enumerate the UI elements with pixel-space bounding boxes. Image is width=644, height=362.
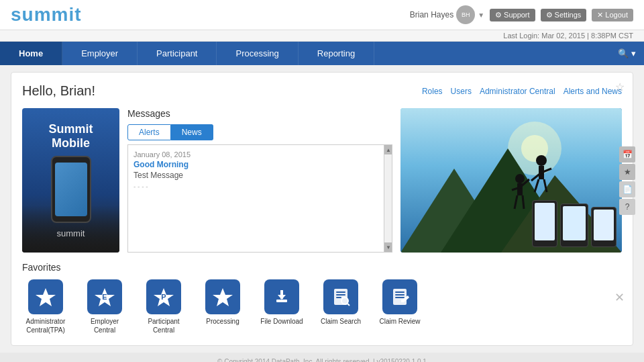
top-right-actions: Brian Hayes BH ▼ ⚙ Support ⚙ Settings ✕ …: [410, 5, 633, 24]
users-link[interactable]: Users: [451, 87, 472, 96]
fav-label-download: File Download: [260, 317, 303, 326]
username-label: Brian Hayes: [410, 10, 453, 19]
main-card: Hello, Brian! Roles Users Administrator …: [11, 72, 633, 346]
fav-label-participant: Participant Central: [140, 317, 187, 334]
settings-button[interactable]: ⚙ Settings: [541, 9, 587, 21]
fav-file-download[interactable]: File Download: [258, 279, 305, 326]
svg-line-17: [523, 195, 524, 209]
fav-icon-claim-review: [382, 279, 417, 314]
help-sidebar-button[interactable]: ?: [619, 199, 635, 215]
right-sidebar: 📅 ★ 📄 ?: [619, 146, 635, 216]
user-info: Brian Hayes BH ▼: [410, 5, 484, 24]
fav-label-claim-review: Claim Review: [379, 317, 420, 326]
phones-group: [532, 200, 616, 247]
messages-tabs: Alerts News: [127, 124, 392, 140]
message-preview: Test Message: [133, 171, 381, 180]
hero-banner: [400, 108, 622, 253]
main-content: Hello, Brian! Roles Users Administrator …: [0, 65, 644, 353]
fav-claim-review[interactable]: Claim Review: [376, 279, 423, 326]
svg-rect-30: [336, 291, 345, 293]
fav-administrator-central-tpa[interactable]: Administrator Central(TPA): [22, 279, 69, 334]
search-icon: 🔍: [618, 48, 629, 58]
fav-employer-central[interactable]: E Employer Central: [81, 279, 128, 334]
calendar-sidebar-button[interactable]: 📅: [619, 146, 635, 163]
star-sidebar-button[interactable]: ★: [619, 164, 635, 180]
page-sidebar-button[interactable]: 📄: [619, 181, 635, 197]
settings-gear-icon: ⚙: [546, 11, 553, 19]
fav-icon-participant: P: [146, 279, 181, 314]
mobile-promo-title: Summit Mobile: [29, 122, 113, 150]
greeting-text: Hello, Brian!: [22, 83, 95, 99]
nav-reporting[interactable]: Reporting: [299, 42, 374, 65]
fav-participant-central[interactable]: P Participant Central: [140, 279, 187, 334]
news-tab[interactable]: News: [171, 124, 213, 140]
nav-employer[interactable]: Employer: [62, 42, 138, 65]
svg-rect-38: [395, 297, 405, 298]
fav-icon-processing: [205, 279, 240, 314]
svg-text:E: E: [102, 293, 107, 301]
favorites-section: Favorites Administrator Central(TPA) E E…: [22, 262, 622, 334]
alerts-tab[interactable]: Alerts: [127, 124, 171, 140]
phone-icon: [51, 156, 91, 223]
svg-rect-32: [336, 297, 341, 298]
avatar: BH: [456, 5, 475, 24]
close-icon: ✕: [597, 11, 603, 19]
last-login-bar: Last Login: Mar 02, 2015 | 8:38PM CST: [0, 30, 644, 42]
footer: © Copyright 2014 DataPath, Inc. All righ…: [0, 353, 644, 362]
phone-screen-3: [594, 210, 614, 240]
favorites-items: Administrator Central(TPA) E Employer Ce…: [22, 279, 622, 334]
fav-label-employer: Employer Central: [81, 317, 128, 334]
administrator-central-link[interactable]: Administrator Central: [480, 87, 555, 96]
gear-icon: ⚙: [495, 11, 502, 19]
card-header: Hello, Brian! Roles Users Administrator …: [22, 83, 622, 99]
svg-marker-19: [36, 288, 56, 306]
dropdown-arrow[interactable]: ▼: [478, 11, 484, 19]
roles-link[interactable]: Roles: [422, 87, 443, 96]
message-date: January 08, 2015: [133, 150, 381, 159]
scroll-down[interactable]: ▼: [384, 242, 392, 252]
messages-content[interactable]: January 08, 2015 Good Morning Test Messa…: [127, 144, 392, 253]
messages-panel: Messages Alerts News January 08, 2015 Go…: [127, 108, 392, 253]
card-links: Roles Users Administrator Central Alerts…: [422, 87, 622, 96]
svg-rect-25: [276, 300, 287, 302]
svg-line-34: [347, 304, 350, 306]
svg-rect-37: [395, 294, 405, 296]
footer-text: © Copyright 2014 DataPath, Inc. All righ…: [217, 358, 427, 362]
support-button[interactable]: ⚙ Support: [490, 9, 535, 21]
nav-processing[interactable]: Processing: [217, 42, 298, 65]
fav-claim-search[interactable]: Claim Search: [317, 279, 364, 326]
svg-marker-24: [213, 288, 233, 306]
fav-processing[interactable]: Processing: [199, 279, 246, 326]
dismiss-button[interactable]: ✕: [614, 290, 625, 305]
scroll-up[interactable]: ▲: [384, 145, 392, 154]
phone-3: [591, 207, 616, 247]
logout-button[interactable]: ✕ Logout: [592, 9, 633, 21]
favorites-title: Favorites: [22, 262, 622, 273]
phone-screen: [55, 163, 87, 216]
fav-icon-admin: [28, 279, 63, 314]
fav-label-processing: Processing: [206, 317, 239, 326]
svg-text:P: P: [161, 293, 166, 301]
content-row: Summit Mobile summit Messages Alerts New…: [22, 108, 622, 253]
app-logo: summit: [11, 4, 82, 26]
svg-marker-28: [278, 295, 286, 300]
svg-rect-36: [395, 291, 405, 293]
phone-1: [532, 200, 557, 247]
last-login-text: Last Login: Mar 02, 2015 | 8:38PM CST: [503, 32, 633, 40]
mobile-promo-banner: Summit Mobile summit: [22, 108, 119, 253]
messages-scrollbar[interactable]: ▲ ▼: [384, 145, 392, 252]
fav-icon-download: [264, 279, 299, 314]
alerts-news-link[interactable]: Alerts and News: [564, 87, 622, 96]
nav-home[interactable]: Home: [0, 42, 62, 65]
message-subject: Good Morning: [133, 160, 381, 169]
messages-title: Messages: [127, 108, 392, 119]
phone-2: [560, 203, 588, 247]
fav-icon-employer: E: [87, 279, 122, 314]
nav-participant[interactable]: Participant: [138, 42, 217, 65]
phone-screen-1: [535, 203, 555, 240]
nav-search[interactable]: 🔍 ▾: [610, 42, 644, 65]
fav-label-claim-search: Claim Search: [321, 317, 361, 326]
star-favorite-button[interactable]: ☆: [615, 81, 625, 93]
top-bar: summit Brian Hayes BH ▼ ⚙ Support ⚙ Sett…: [0, 0, 644, 30]
mobile-promo-brand: summit: [57, 228, 85, 238]
